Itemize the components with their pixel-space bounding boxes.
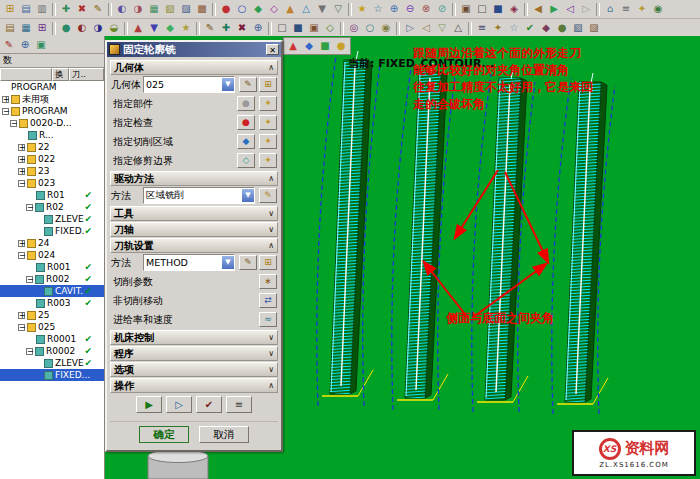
toolbar-icon[interactable]: ◆ — [539, 21, 554, 35]
toolbar-icon[interactable]: ● — [555, 21, 570, 35]
parallel-generate-button[interactable]: ▷ — [166, 396, 192, 413]
toolbar-icon[interactable]: ■ — [318, 39, 333, 53]
expander-icon[interactable]: + — [18, 240, 25, 247]
toolbar-icon[interactable]: △ — [451, 21, 466, 35]
toolbar-icon[interactable]: ▣ — [459, 2, 474, 16]
tree-item[interactable]: R... — [0, 129, 104, 141]
expander-icon[interactable]: − — [26, 348, 33, 355]
toolbar-icon[interactable]: ▤ — [3, 21, 18, 35]
tree-item[interactable]: +25 — [0, 309, 104, 321]
tree-item[interactable]: +23 — [0, 165, 104, 177]
toolbar-icon[interactable]: ◑ — [91, 21, 106, 35]
toolbar-icon[interactable]: ⊕ — [387, 2, 402, 16]
path-method-select[interactable]: METHOD ▼ — [143, 254, 235, 271]
toolbar-icon[interactable]: □ — [475, 2, 490, 16]
toolbar-icon[interactable]: ⌂ — [603, 2, 618, 16]
expander-icon[interactable]: − — [26, 204, 33, 211]
toolbar-icon[interactable]: ◆ — [302, 39, 317, 53]
tree-item[interactable]: R003✔ — [0, 297, 104, 309]
non-cutting-moves-button[interactable]: ⇄ — [259, 293, 277, 308]
toolbar-icon[interactable]: ✖ — [235, 21, 250, 35]
dialog-close-button[interactable]: ✕ — [266, 44, 279, 55]
toolbar-icon[interactable]: ◇ — [267, 2, 282, 16]
specify-check-select-button[interactable]: ● — [237, 115, 255, 130]
toolbar-icon[interactable]: ★ — [355, 2, 370, 16]
toolbar-icon[interactable]: ■ — [291, 21, 306, 35]
tree-item[interactable]: ZLEVE...✔ — [0, 213, 104, 225]
toolbar-icon[interactable]: ⊖ — [403, 2, 418, 16]
toolbar-icon[interactable]: ✎ — [203, 21, 218, 35]
section-program-header[interactable]: 程序 ∨ — [110, 346, 278, 361]
tree-item[interactable]: FIXED...✔ — [0, 225, 104, 237]
toolbar-icon[interactable]: ▽ — [331, 2, 346, 16]
toolbar-icon[interactable]: ◇ — [323, 21, 338, 35]
tree-item[interactable]: PROGRAM — [0, 81, 104, 93]
tree-item[interactable]: −R02✔ — [0, 201, 104, 213]
list-button[interactable]: ≡ — [226, 396, 252, 413]
specify-trim-boundary-display-button[interactable]: ✦ — [259, 153, 277, 168]
toolbar-icon[interactable]: ◆ — [163, 21, 178, 35]
toolbar-icon[interactable]: ● — [334, 39, 349, 53]
toolbar-icon[interactable]: ✎ — [2, 38, 17, 52]
edit-geometry-button[interactable]: ✎ — [239, 77, 257, 92]
toolbar-icon[interactable]: ✎ — [91, 2, 106, 16]
cutting-parameters-button[interactable]: ∗ — [259, 274, 277, 289]
toolbar-icon[interactable]: ⊕ — [251, 21, 266, 35]
toolbar-icon[interactable]: ◁ — [563, 2, 578, 16]
column-name[interactable] — [0, 68, 52, 81]
dialog-titlebar[interactable]: 固定轮廓铣 ✕ — [107, 42, 281, 57]
chevron-down-icon[interactable]: ▼ — [222, 256, 234, 269]
expander-icon[interactable]: + — [18, 168, 25, 175]
ok-button[interactable]: 确定 — [139, 426, 189, 443]
toolbar-icon[interactable]: □ — [275, 21, 290, 35]
section-machine-control-header[interactable]: 机床控制 ∨ — [110, 330, 278, 345]
specify-trim-boundary-select-button[interactable]: ◇ — [237, 153, 255, 168]
chevron-down-icon[interactable]: ▼ — [222, 78, 234, 91]
toolbar-icon[interactable]: ○ — [235, 2, 250, 16]
section-geometry-header[interactable]: 几何体 ∧ — [110, 60, 278, 75]
toolbar-icon[interactable]: ⊞ — [35, 21, 50, 35]
toolbar-icon[interactable]: ✔ — [523, 21, 538, 35]
column-path[interactable]: 刀.. — [69, 68, 104, 81]
expander-icon[interactable]: − — [18, 252, 25, 259]
expander-icon[interactable]: + — [18, 156, 25, 163]
toolbar-icon[interactable]: △ — [299, 2, 314, 16]
tree-item[interactable]: −0020-D... — [0, 117, 104, 129]
toolbar-icon[interactable]: ✦ — [635, 2, 650, 16]
toolbar-icon[interactable]: ▲ — [286, 39, 301, 53]
specify-part-display-button[interactable]: ✦ — [259, 96, 277, 111]
toolbar-icon[interactable]: ≡ — [475, 21, 490, 35]
specify-check-display-button[interactable]: ✦ — [259, 115, 277, 130]
toolbar-icon[interactable]: ▷ — [403, 21, 418, 35]
toolbar-icon[interactable]: ▤ — [19, 2, 34, 16]
toolbar-icon[interactable]: ▲ — [131, 21, 146, 35]
column-toolchange[interactable]: 换 — [52, 68, 69, 81]
tree-item[interactable]: −R002✔ — [0, 273, 104, 285]
toolbar-icon[interactable]: ✚ — [219, 21, 234, 35]
section-options-header[interactable]: 选项 ∨ — [110, 362, 278, 377]
toolbar-icon[interactable]: ● — [219, 2, 234, 16]
expander-icon[interactable]: − — [18, 180, 25, 187]
tree-item[interactable]: −PROGRAM — [0, 105, 104, 117]
toolbar-icon[interactable]: ▨ — [179, 2, 194, 16]
toolbar-icon[interactable]: ☆ — [507, 21, 522, 35]
tree-item[interactable]: −024 — [0, 249, 104, 261]
tree-item[interactable]: R0001✔ — [0, 333, 104, 345]
expander-icon[interactable]: + — [18, 144, 25, 151]
toolbar-icon[interactable]: ▦ — [147, 2, 162, 16]
toolbar-icon[interactable]: ▣ — [307, 21, 322, 35]
toolbar-icon[interactable]: ■ — [491, 2, 506, 16]
toolbar-icon[interactable]: ▥ — [35, 2, 50, 16]
toolbar-icon[interactable]: ◆ — [251, 2, 266, 16]
tree-item[interactable]: ZLEVE...✔ — [0, 357, 104, 369]
toolbar-icon[interactable]: ◈ — [507, 2, 522, 16]
expander-icon[interactable]: + — [2, 96, 9, 103]
expander-icon[interactable]: + — [18, 312, 25, 319]
specify-part-select-button[interactable]: ● — [237, 96, 255, 111]
toolbar-icon[interactable]: ◑ — [131, 2, 146, 16]
drive-method-select[interactable]: 区域铣削 ▼ — [143, 187, 255, 204]
toolbar-icon[interactable]: ○ — [363, 21, 378, 35]
tree-item[interactable]: FIXED... — [0, 369, 104, 381]
tree-item[interactable]: +22 — [0, 141, 104, 153]
section-path-settings-header[interactable]: 刀轨设置 ∧ — [110, 238, 278, 253]
